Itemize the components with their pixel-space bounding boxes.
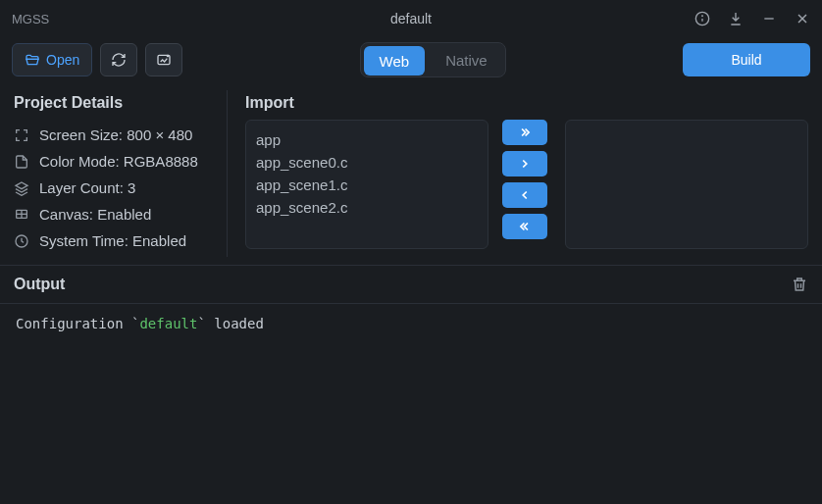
project-details-title: Project Details bbox=[14, 94, 213, 112]
output-title: Output bbox=[14, 276, 65, 293]
transfer-buttons bbox=[502, 120, 547, 239]
move-right-button[interactable] bbox=[502, 151, 547, 176]
chevron-left-icon bbox=[518, 188, 532, 202]
detail-system-time: System Time: Enabled bbox=[14, 227, 213, 254]
detail-canvas: Canvas: Enabled bbox=[14, 201, 213, 227]
output-header: Output bbox=[0, 265, 822, 303]
import-source-list[interactable]: app app_scene0.c app_scene1.c app_scene2… bbox=[245, 120, 488, 249]
move-all-right-button[interactable] bbox=[502, 120, 547, 145]
import-target-list[interactable] bbox=[565, 120, 808, 249]
output-line-suffix: ` loaded bbox=[197, 316, 263, 331]
detail-layer-count: Layer Count: 3 bbox=[14, 175, 213, 201]
svg-point-2 bbox=[702, 16, 703, 17]
detail-screen-size: Screen Size: 800 × 480 bbox=[14, 122, 213, 148]
detail-color-mode: Color Mode: RGBA8888 bbox=[14, 148, 213, 175]
open-label: Open bbox=[46, 52, 79, 68]
image-sparkle-icon bbox=[156, 52, 172, 68]
chevrons-right-icon bbox=[518, 126, 532, 139]
window-title: default bbox=[390, 11, 432, 26]
layers-icon bbox=[14, 180, 29, 196]
import-panel: Import app app_scene0.c app_scene1.c app… bbox=[228, 82, 822, 265]
segment-web[interactable]: Web bbox=[364, 46, 426, 76]
project-details-panel: Project Details Screen Size: 800 × 480 C… bbox=[0, 82, 227, 265]
target-segment: Web Native bbox=[360, 42, 506, 77]
chevrons-left-icon bbox=[518, 220, 532, 233]
clock-icon bbox=[14, 233, 29, 249]
move-all-left-button[interactable] bbox=[502, 214, 547, 239]
info-icon[interactable] bbox=[694, 11, 710, 26]
list-item[interactable]: app bbox=[256, 128, 478, 151]
list-item[interactable]: app_scene2.c bbox=[256, 196, 478, 219]
image-edit-button[interactable] bbox=[145, 43, 182, 76]
close-icon[interactable] bbox=[795, 11, 810, 26]
detail-system-time-value: System Time: Enabled bbox=[39, 232, 186, 249]
window-controls bbox=[694, 11, 810, 26]
chevron-right-icon bbox=[518, 157, 532, 171]
file-icon bbox=[14, 154, 29, 170]
output-line-prefix: Configuration ` bbox=[16, 316, 139, 331]
import-title: Import bbox=[245, 94, 808, 112]
detail-screen-size-value: Screen Size: 800 × 480 bbox=[39, 126, 192, 143]
detail-layer-count-value: Layer Count: 3 bbox=[39, 179, 135, 196]
open-button[interactable]: Open bbox=[12, 43, 92, 76]
output-console: Configuration `default` loaded bbox=[0, 303, 822, 343]
fullscreen-icon bbox=[14, 127, 29, 143]
folder-open-icon bbox=[25, 52, 40, 68]
detail-color-mode-value: Color Mode: RGBA8888 bbox=[39, 153, 198, 170]
build-button[interactable]: Build bbox=[683, 43, 810, 76]
move-left-button[interactable] bbox=[502, 182, 547, 208]
output-line-name: default bbox=[139, 316, 197, 331]
svg-point-7 bbox=[168, 55, 169, 56]
detail-canvas-value: Canvas: Enabled bbox=[39, 206, 151, 223]
toolbar: Open Web Native Build bbox=[0, 37, 822, 82]
list-item[interactable]: app_scene0.c bbox=[256, 151, 478, 174]
minimize-icon[interactable] bbox=[761, 11, 777, 26]
main-area: Project Details Screen Size: 800 × 480 C… bbox=[0, 82, 822, 265]
trash-icon[interactable] bbox=[791, 276, 808, 293]
download-icon[interactable] bbox=[728, 11, 744, 26]
refresh-button[interactable] bbox=[100, 43, 137, 76]
app-name: MGSS bbox=[12, 12, 49, 26]
titlebar: MGSS default bbox=[0, 0, 822, 37]
canvas-icon bbox=[14, 207, 29, 223]
segment-native[interactable]: Native bbox=[428, 43, 505, 76]
refresh-icon bbox=[111, 52, 127, 68]
list-item[interactable]: app_scene1.c bbox=[256, 174, 478, 196]
